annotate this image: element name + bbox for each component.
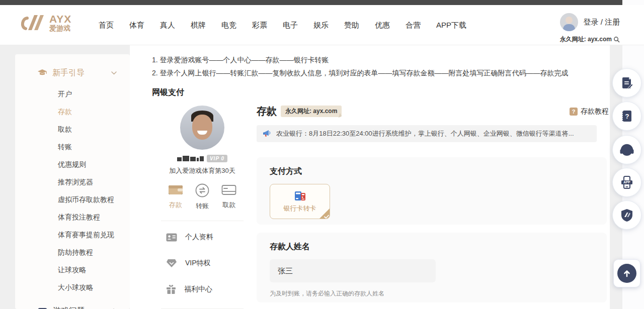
profile-menu-label: 个人资料 — [185, 233, 213, 242]
nav-item-home[interactable]: 首页 — [99, 21, 114, 30]
sidebar-item-open-account[interactable]: 开户 — [15, 85, 130, 103]
sidebar-section-game-issues[interactable]: 游戏问题 — [15, 302, 130, 309]
floating-help-button[interactable]: ? — [612, 101, 641, 131]
sidebar-item-sports-betting-tutorial[interactable]: 体育投注教程 — [15, 209, 130, 226]
selected-check-icon — [319, 208, 330, 219]
bank-card-icon — [221, 183, 236, 196]
instruction-line-2: 2. 登录个人网上银行——转账汇款——复制收款人信息，填到对应的表单——填写存款… — [152, 66, 569, 79]
header-user-area: 登录 / 注册 永久网址: ayx.com — [560, 13, 620, 44]
sidebar: 新手引导 开户 存款 取款 转账 优惠规则 推荐浏览器 虚拟币存取款教程 体育投… — [15, 54, 130, 309]
profile-menu-label: 福利中心 — [184, 285, 212, 294]
nav-item-board[interactable]: 棋牌 — [191, 21, 206, 30]
user-avatar-photo[interactable] — [180, 106, 224, 150]
main-nav: 首页 体育 真人 棋牌 电竞 彩票 电子 娱乐 赞助 优惠 合营 APP下载 — [99, 5, 466, 45]
payment-method-bank-card[interactable]: 银行卡转卡 — [270, 184, 330, 219]
sidebar-item-recommended-browser[interactable]: 推荐浏览器 — [15, 173, 130, 191]
chevron-down-icon — [111, 71, 117, 75]
deposit-header: 存款 永久网址: ayx.com ? 存款教程 — [257, 105, 609, 118]
nav-item-live[interactable]: 真人 — [160, 21, 175, 30]
bank-cards-icon — [293, 190, 306, 201]
sidebar-item-early-cashout[interactable]: 体育赛事提前兑现 — [15, 226, 130, 244]
site-header: AYX 爱游戏 首页 体育 真人 棋牌 电竞 彩票 电子 娱乐 赞助 优惠 合营… — [0, 5, 644, 45]
back-to-top-button[interactable] — [613, 259, 640, 287]
profile-menu-benefits-center[interactable]: 福利中心 — [157, 276, 248, 302]
vip-badge: VIP 0 — [207, 155, 227, 162]
quick-action-deposit[interactable]: 存款 — [162, 183, 189, 211]
search-icon[interactable] — [613, 36, 620, 43]
sidebar-section-label: 游戏问题 — [53, 306, 85, 309]
document-edit-icon — [620, 76, 634, 90]
joined-days-text: 加入爱游戏体育第30天 — [157, 166, 248, 175]
quick-actions: 存款 转账 取款 — [157, 183, 248, 211]
sidebar-section-newbie-guide[interactable]: 新手引导 — [15, 64, 130, 81]
quick-action-transfer[interactable]: 转账 — [189, 183, 215, 211]
instruction-line-1: 1. 登录爱游戏账号——个人中心——存款——银行卡转账 — [152, 53, 569, 66]
floating-brand-shield-button[interactable] — [612, 200, 641, 230]
nav-item-sports[interactable]: 体育 — [129, 21, 144, 30]
sidebar-item-transfer[interactable]: 转账 — [15, 138, 130, 156]
payment-method-label: 银行卡转卡 — [284, 204, 316, 213]
profile-menu-personal-info[interactable]: 个人资料 — [157, 224, 248, 250]
header-avatar[interactable] — [560, 13, 578, 31]
transfer-icon — [195, 183, 209, 197]
gift-icon — [166, 284, 176, 294]
app-phone-icon: APP — [620, 175, 634, 189]
profile-menu-vip-privileges[interactable]: VIP特权 — [157, 250, 248, 276]
up-arrow-icon — [617, 264, 636, 283]
id-card-icon — [166, 233, 177, 242]
nav-item-slots[interactable]: 电子 — [283, 21, 298, 30]
sidebar-item-deposit[interactable]: 存款 — [15, 103, 130, 121]
sidebar-item-anti-hijack-tutorial[interactable]: 防劫持教程 — [15, 244, 130, 261]
page: AYX 爱游戏 首页 体育 真人 棋牌 电竞 彩票 电子 娱乐 赞助 优惠 合营… — [0, 0, 644, 309]
sidebar-items: 开户 存款 取款 转账 优惠规则 推荐浏览器 虚拟币存取款教程 体育投注教程 体… — [15, 81, 130, 299]
sidebar-section-label: 新手引导 — [52, 68, 85, 78]
graduation-cap-icon — [37, 69, 47, 77]
profile-menu: 个人资料 VIP特权 福利中心 — [157, 224, 248, 302]
question-mark-icon: ? — [570, 108, 578, 116]
nav-item-sponsor[interactable]: 赞助 — [344, 21, 359, 30]
nav-item-esports[interactable]: 电竞 — [221, 21, 236, 30]
top-dark-bar — [0, 0, 622, 5]
depositor-name-title: 存款人姓名 — [270, 242, 594, 252]
sidebar-item-handicap-guide[interactable]: 让球攻略 — [15, 261, 130, 279]
bank-notice-bar[interactable]: 农业银行：8月18日22:30至24:00进行系统维护，掌上银行、个人网银、企业… — [257, 125, 597, 142]
nav-item-partner[interactable]: 合营 — [406, 21, 421, 30]
sidebar-item-promo-rules[interactable]: 优惠规则 — [15, 156, 130, 173]
depositor-name-card: 存款人姓名 张三 为及时到账，请务必输入正确的存款人姓名 — [257, 233, 607, 302]
brand-shield-icon — [620, 208, 634, 222]
logo-name: 爱游戏 — [49, 25, 71, 32]
payment-method-title: 支付方式 — [270, 166, 594, 177]
wallet-icon — [168, 183, 183, 196]
floating-signup-form-button[interactable] — [612, 68, 641, 97]
gamepad-icon — [37, 307, 48, 309]
deposit-instructions: 1. 登录爱游戏账号——个人中心——存款——银行卡转账 2. 登录个人网上银行—… — [152, 53, 569, 79]
help-book-icon: ? — [620, 109, 634, 123]
quick-action-withdraw[interactable]: 取款 — [216, 183, 243, 211]
nav-item-entertainment[interactable]: 娱乐 — [313, 21, 329, 30]
login-register-link[interactable]: 登录 / 注册 — [583, 18, 620, 27]
diamond-icon — [166, 259, 177, 268]
app-label: APP — [623, 180, 630, 184]
deposit-tutorial-label: 存款教程 — [581, 107, 609, 116]
quick-action-label: 存款 — [169, 200, 182, 210]
logo-abbr: AYX — [49, 14, 71, 25]
permanent-url-tag: 永久网址: ayx.com — [281, 106, 342, 117]
deposit-tutorial-link[interactable]: ? 存款教程 — [570, 107, 609, 116]
site-logo[interactable]: AYX 爱游戏 — [19, 12, 71, 33]
sidebar-item-over-under-guide[interactable]: 大小球攻略 — [15, 279, 130, 296]
nav-item-promo[interactable]: 优惠 — [375, 21, 390, 30]
profile-menu-label: VIP特权 — [185, 259, 211, 268]
megaphone-icon — [263, 130, 272, 138]
divider — [161, 221, 244, 221]
depositor-name-input[interactable]: 张三 — [270, 259, 436, 282]
nav-item-app-download[interactable]: APP下载 — [436, 21, 466, 30]
floating-customer-service-button[interactable] — [612, 135, 641, 164]
sidebar-item-crypto-tutorial[interactable]: 虚拟币存取款教程 — [15, 191, 130, 209]
profile-card: VIP 0 加入爱游戏体育第30天 存款 转账 — [157, 106, 248, 309]
floating-app-download-button[interactable]: APP — [612, 168, 641, 197]
sidebar-item-withdraw[interactable]: 取款 — [15, 121, 130, 138]
headset-icon — [619, 143, 634, 157]
nav-item-lottery[interactable]: 彩票 — [252, 21, 267, 30]
ayx-logo-mark-icon — [19, 12, 45, 33]
section-title-online-banking: 网银支付 — [152, 87, 184, 98]
